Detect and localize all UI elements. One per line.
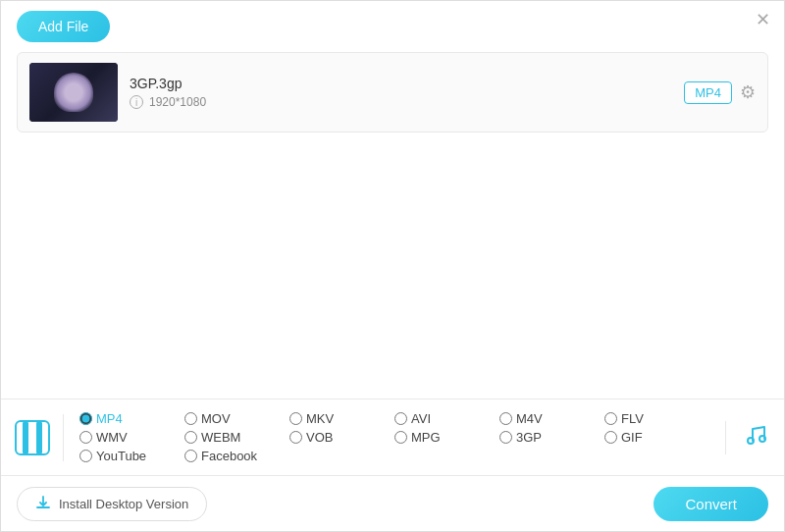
svg-rect-0 (26, 428, 28, 448)
format-option-webm[interactable]: WEBM (184, 430, 289, 445)
format-option-mov[interactable]: MOV (184, 411, 289, 426)
file-actions: MP4 ⚙ (684, 81, 756, 104)
format-option-3gp[interactable]: 3GP (499, 430, 604, 445)
svg-point-2 (748, 438, 754, 444)
file-list: 3GP.3gp i 1920*1080 MP4 ⚙ (17, 52, 768, 133)
format-option-mpg[interactable]: MPG (394, 430, 499, 445)
thumbnail-image (29, 63, 118, 122)
format-options: MP4 MOV MKV AVI M4V FLV WMV WEBM (64, 407, 725, 467)
format-option-youtube[interactable]: YouTube (79, 449, 184, 463)
download-icon (35, 495, 51, 513)
format-panel-icon (1, 414, 64, 461)
format-option-facebook[interactable]: Facebook (184, 449, 289, 463)
install-desktop-button[interactable]: Install Desktop Version (17, 487, 207, 521)
format-option-avi[interactable]: AVI (394, 411, 499, 426)
format-option-flv[interactable]: FLV (604, 411, 709, 426)
file-resolution: 1920*1080 (149, 95, 206, 109)
info-icon[interactable]: i (130, 95, 143, 109)
settings-button[interactable]: ⚙ (740, 81, 756, 103)
music-icon (742, 421, 769, 454)
film-icon (15, 420, 50, 455)
close-button[interactable]: ✕ (756, 11, 770, 28)
toolbar: Add File (1, 1, 784, 52)
format-option-mp4[interactable]: MP4 (79, 411, 184, 426)
format-option-m4v[interactable]: M4V (499, 411, 604, 426)
file-info: 3GP.3gp i 1920*1080 (130, 76, 672, 109)
convert-button[interactable]: Convert (654, 487, 768, 521)
file-thumbnail (29, 63, 118, 122)
format-option-wmv[interactable]: WMV (79, 430, 184, 445)
format-panel: MP4 MOV MKV AVI M4V FLV WMV WEBM (1, 399, 784, 476)
file-meta: i 1920*1080 (130, 95, 672, 109)
svg-rect-1 (36, 428, 38, 448)
bottom-bar: Install Desktop Version Convert (1, 476, 784, 531)
svg-point-3 (759, 436, 765, 442)
format-option-gif[interactable]: GIF (604, 430, 709, 445)
format-option-mkv[interactable]: MKV (289, 411, 394, 426)
format-option-vob[interactable]: VOB (289, 430, 394, 445)
format-badge[interactable]: MP4 (684, 81, 732, 104)
file-item: 3GP.3gp i 1920*1080 MP4 ⚙ (18, 53, 767, 132)
music-icon-area (725, 421, 784, 454)
file-name: 3GP.3gp (130, 76, 672, 91)
add-file-button[interactable]: Add File (17, 11, 110, 42)
install-label: Install Desktop Version (59, 497, 188, 511)
